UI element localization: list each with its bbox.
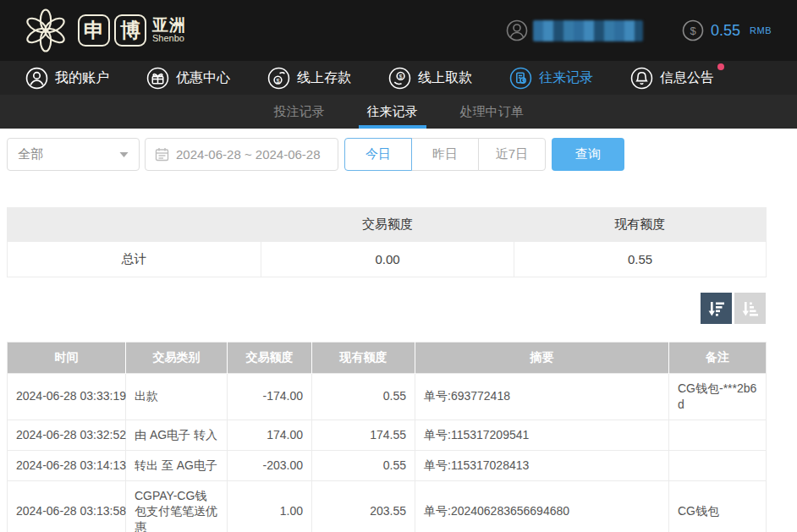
summary-total-row: 总计 0.00 0.55 [8,242,767,277]
nav-item-deposit[interactable]: $ 线上存款 [267,67,351,90]
cell-time: 2024-06-28 03:14:13 [8,450,126,480]
sort-asc-icon [740,299,761,319]
calendar-icon [155,147,169,162]
query-button[interactable]: 查询 [552,138,624,171]
logo-char-2: 博 [114,14,146,47]
user-account-chip[interactable] [506,19,643,41]
cell-current-balance: 0.55 [312,450,415,480]
nav-item-my-account[interactable]: 我的账户 [25,67,109,90]
sort-ascending-button[interactable] [734,293,766,324]
nav-label: 往来记录 [539,69,593,87]
gift-icon [146,67,169,90]
svg-text:$: $ [276,76,279,84]
brand-logo[interactable]: 申 博 亚洲 Shenbo [22,7,186,54]
cell-current-balance: 174.55 [312,420,415,450]
svg-text:$: $ [690,25,696,37]
yesterday-button[interactable]: 昨日 [411,138,479,171]
nav-label: 优惠中心 [176,69,230,87]
withdraw-icon: $ [388,67,411,90]
nav-label: 我的账户 [55,69,109,87]
balance-amount: 0.55 [711,22,740,40]
tab-pending-orders[interactable]: 处理中订单 [452,95,532,129]
cell-remark [669,450,767,480]
table-row: 2024-06-28 03:33:19 出款 -174.00 0.55 单号:6… [8,374,767,420]
table-header-row: 时间 交易类别 交易额度 现有额度 摘要 备注 [8,343,767,374]
summary-header-empty [8,208,261,242]
cell-summary: 单号:693772418 [415,374,669,420]
table-row: 2024-06-28 03:32:52 由 AG电子 转入 174.00 174… [8,420,767,450]
summary-header-trade-amount: 交易额度 [261,208,514,242]
flower-logo-icon [22,7,69,54]
col-header-time: 时间 [8,343,126,374]
chevron-down-icon [119,151,129,158]
sort-controls [0,293,766,324]
nav-item-transaction-records[interactable]: 往来记录 [509,67,593,90]
cell-time: 2024-06-28 03:13:58 [8,480,126,532]
col-header-current-balance: 现有额度 [312,343,415,374]
balance-display[interactable]: $ 0.55 RMB [682,19,772,41]
dollar-icon: $ [682,19,704,41]
table-row: 2024-06-28 03:14:13 转出 至 AG电子 -203.00 0.… [8,450,767,480]
col-header-summary: 摘要 [415,343,669,374]
date-range-value: 2024-06-28 ~ 2024-06-28 [176,147,321,162]
quick-range-group: 今日 昨日 近7日 [344,138,546,171]
nav-label: 线上取款 [418,69,472,87]
cell-type: CGPAY-CG钱包支付笔笔送优惠 [126,480,228,532]
cell-current-balance: 203.55 [312,480,415,532]
transactions-table: 时间 交易类别 交易额度 现有额度 摘要 备注 2024-06-28 03:33… [7,342,767,532]
cell-type: 转出 至 AG电子 [126,450,228,480]
balance-currency: RMB [750,25,772,36]
top-header: 申 博 亚洲 Shenbo $ 0.55 RMB [0,0,797,61]
cell-trade-amount: 174.00 [228,420,312,450]
cell-remark: CG钱包-***2b6d [669,374,767,420]
tab-betting-records[interactable]: 投注记录 [266,95,333,129]
cell-type: 由 AG电子 转入 [126,420,228,450]
cell-trade-amount: -203.00 [228,450,312,480]
logo-char-1: 申 [78,14,110,47]
col-header-trade-amount: 交易额度 [228,343,312,374]
cell-remark: CG钱包 [669,480,767,532]
today-button[interactable]: 今日 [344,138,412,171]
cell-trade-amount: 1.00 [228,480,312,532]
cell-trade-amount: -174.00 [228,374,312,420]
summary-header-current-balance: 现有额度 [514,208,767,242]
user-icon [25,67,48,90]
nav-item-promotions[interactable]: 优惠中心 [146,67,230,90]
logo-subtitle: Shenbo [152,34,186,44]
summary-total-trade: 0.00 [261,242,514,277]
notification-dot [717,63,724,70]
cell-summary: 单号:115317209541 [415,420,669,450]
summary-header-row: 交易额度 现有额度 [8,208,767,242]
avatar-icon [506,19,528,41]
logo-region: 亚洲 [152,17,186,34]
nav-item-withdraw[interactable]: $ 线上取款 [388,67,472,90]
last-7-days-button[interactable]: 近7日 [478,138,546,171]
tab-label: 处理中订单 [460,104,524,120]
records-icon [509,67,532,90]
tab-label: 投注记录 [274,104,325,120]
type-filter-select[interactable]: 全部 [7,138,140,171]
tab-transaction-records[interactable]: 往来记录 [359,95,426,129]
cell-time: 2024-06-28 03:32:52 [8,420,126,450]
main-nav: 我的账户 优惠中心 $ 线上存款 $ 线上取款 [0,61,797,95]
sort-descending-button[interactable] [701,293,732,324]
nav-item-announcements[interactable]: 信息公告 [630,67,714,90]
tab-label: 往来记录 [367,104,418,120]
col-header-remark: 备注 [669,343,767,374]
filter-row: 全部 2024-06-28 ~ 2024-06-28 今日 昨日 近7日 查询 [7,138,797,171]
summary-total-label: 总计 [8,242,261,277]
summary-total-balance: 0.55 [514,242,767,277]
sort-desc-icon [706,299,727,319]
cell-summary: 单号:115317028413 [415,450,669,480]
summary-table: 交易额度 现有额度 总计 0.00 0.55 [7,207,767,277]
table-row: 2024-06-28 03:13:58 CGPAY-CG钱包支付笔笔送优惠 1.… [8,480,767,532]
date-range-input[interactable]: 2024-06-28 ~ 2024-06-28 [145,138,338,171]
record-tabs: 投注记录 往来记录 处理中订单 [0,95,797,129]
nav-label: 线上存款 [297,69,351,87]
deposit-icon: $ [267,67,290,90]
cell-type: 出款 [126,374,228,420]
cell-summary: 单号:202406283656694680 [415,480,669,532]
cell-remark [669,420,767,450]
bell-icon [630,67,653,90]
redacted-username [533,20,643,41]
